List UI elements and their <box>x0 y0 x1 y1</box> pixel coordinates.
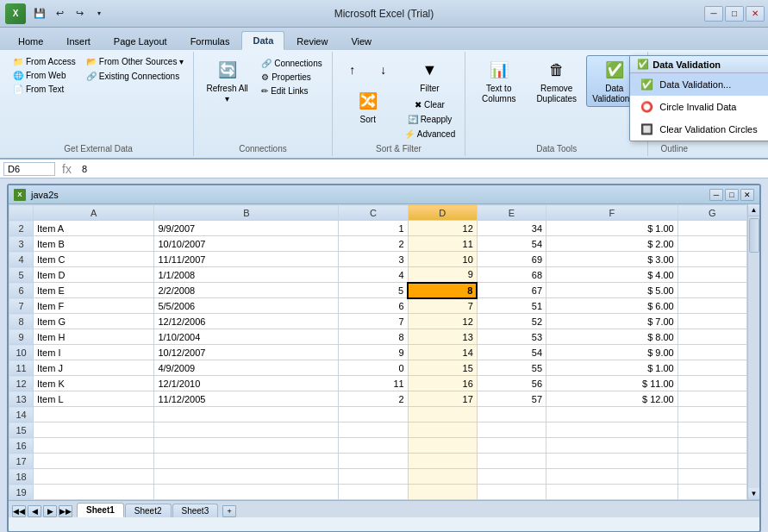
sort-desc-btn[interactable]: ↓ <box>369 55 398 84</box>
existing-connections-btn[interactable]: 🔗 Existing Connections <box>82 70 188 83</box>
tab-formulas[interactable]: Formulas <box>179 32 241 50</box>
cell-4-c[interactable]: 3 <box>339 252 408 267</box>
cell-13-a[interactable]: Item L <box>34 391 154 407</box>
cell-13-d[interactable]: 17 <box>408 391 477 407</box>
edit-links-btn[interactable]: ✏ Edit Links <box>257 84 327 97</box>
clear-btn[interactable]: ✖ Clear <box>410 98 449 111</box>
cell-6-g[interactable] <box>677 283 746 298</box>
cell-16-a[interactable] <box>34 438 154 454</box>
cell-6-c[interactable]: 5 <box>339 283 408 298</box>
cell-12-a[interactable]: Item K <box>34 376 154 391</box>
cell-15-g[interactable] <box>677 422 746 438</box>
dv-circle-invalid-item[interactable]: ⭕ Circle Invalid Data <box>630 96 768 118</box>
dv-data-validation-item[interactable]: ✅ Data Validation... <box>630 73 768 96</box>
cell-16-g[interactable] <box>677 438 746 454</box>
cell-7-e[interactable]: 51 <box>477 298 546 314</box>
cell-4-b[interactable]: 11/11/2007 <box>154 252 339 267</box>
cell-2-f[interactable]: $ 1.00 <box>546 221 678 236</box>
cell-17-d[interactable] <box>408 454 477 469</box>
cell-18-f[interactable] <box>546 469 678 485</box>
from-web-btn[interactable]: 🌐 From Web <box>9 69 80 82</box>
sheet-tab-3[interactable]: Sheet3 <box>172 504 219 517</box>
cell-18-g[interactable] <box>677 469 746 485</box>
cell-14-e[interactable] <box>477 407 546 422</box>
cell-4-f[interactable]: $ 3.00 <box>546 252 678 267</box>
cell-6-f[interactable]: $ 5.00 <box>546 283 678 298</box>
cell-reference-input[interactable] <box>3 162 55 176</box>
cell-15-b[interactable] <box>154 422 339 438</box>
from-text-btn[interactable]: 📄 From Text <box>9 83 80 96</box>
cell-15-a[interactable] <box>34 422 154 438</box>
cell-16-c[interactable] <box>339 438 408 454</box>
sheet-close-btn[interactable]: ✕ <box>740 189 754 201</box>
cell-5-b[interactable]: 1/1/2008 <box>154 267 339 283</box>
scroll-thumb[interactable] <box>749 218 759 253</box>
cell-6-b[interactable]: 2/2/2008 <box>154 283 339 298</box>
cell-11-c[interactable]: 0 <box>339 360 408 376</box>
cell-10-c[interactable]: 9 <box>339 345 408 360</box>
cell-12-g[interactable] <box>677 376 746 391</box>
cell-2-e[interactable]: 34 <box>477 221 546 236</box>
cell-4-e[interactable]: 69 <box>477 252 546 267</box>
formula-input[interactable] <box>78 163 765 175</box>
cell-8-a[interactable]: Item G <box>34 314 154 329</box>
cell-10-a[interactable]: Item I <box>34 345 154 360</box>
cell-3-a[interactable]: Item B <box>34 236 154 252</box>
cell-4-d[interactable]: 10 <box>408 252 477 267</box>
cell-13-g[interactable] <box>677 391 746 407</box>
cell-9-e[interactable]: 53 <box>477 329 546 345</box>
cell-19-b[interactable] <box>154 485 339 500</box>
cell-9-c[interactable]: 8 <box>339 329 408 345</box>
sheet-nav-last[interactable]: ▶▶ <box>59 505 72 517</box>
cell-2-a[interactable]: Item A <box>34 221 154 236</box>
cell-8-c[interactable]: 7 <box>339 314 408 329</box>
cell-18-d[interactable] <box>408 469 477 485</box>
cell-19-a[interactable] <box>34 485 154 500</box>
cell-17-e[interactable] <box>477 454 546 469</box>
cell-9-f[interactable]: $ 8.00 <box>546 329 678 345</box>
cell-3-b[interactable]: 10/10/2007 <box>154 236 339 252</box>
reapply-btn[interactable]: 🔄 Reapply <box>403 113 457 126</box>
add-sheet-btn[interactable]: + <box>222 505 236 517</box>
cell-17-g[interactable] <box>677 454 746 469</box>
close-btn[interactable]: ✕ <box>746 6 765 22</box>
cell-18-b[interactable] <box>154 469 339 485</box>
cell-13-e[interactable]: 57 <box>477 391 546 407</box>
col-header-d[interactable]: D <box>408 205 477 221</box>
cell-19-g[interactable] <box>677 485 746 500</box>
cell-19-c[interactable] <box>339 485 408 500</box>
cell-13-b[interactable]: 11/12/2005 <box>154 391 339 407</box>
cell-2-c[interactable]: 1 <box>339 221 408 236</box>
undo-qat-btn[interactable]: ↩ <box>51 5 68 22</box>
cell-5-e[interactable]: 68 <box>477 267 546 283</box>
cell-12-b[interactable]: 12/1/2010 <box>154 376 339 391</box>
cell-19-e[interactable] <box>477 485 546 500</box>
cell-11-g[interactable] <box>677 360 746 376</box>
cell-2-g[interactable] <box>677 221 746 236</box>
cell-16-b[interactable] <box>154 438 339 454</box>
cell-17-a[interactable] <box>34 454 154 469</box>
cell-19-d[interactable] <box>408 485 477 500</box>
tab-data[interactable]: Data <box>241 31 284 50</box>
cell-15-d[interactable] <box>408 422 477 438</box>
cell-13-f[interactable]: $ 12.00 <box>546 391 678 407</box>
properties-btn[interactable]: ⚙ Properties <box>257 71 327 84</box>
cell-16-f[interactable] <box>546 438 678 454</box>
sheet-tab-2[interactable]: Sheet2 <box>125 504 172 517</box>
cell-2-d[interactable]: 12 <box>408 221 477 236</box>
vertical-scrollbar[interactable]: ▲ ▼ <box>747 204 759 500</box>
sheet-restore-btn[interactable]: □ <box>725 189 739 201</box>
cell-16-d[interactable] <box>408 438 477 454</box>
cell-8-g[interactable] <box>677 314 746 329</box>
scroll-down-btn[interactable]: ▼ <box>748 488 760 500</box>
cell-7-a[interactable]: Item F <box>34 298 154 314</box>
cell-18-a[interactable] <box>34 469 154 485</box>
cell-17-b[interactable] <box>154 454 339 469</box>
advanced-btn[interactable]: ⚡ Advanced <box>400 128 459 141</box>
cell-3-g[interactable] <box>677 236 746 252</box>
sheet-minimize-btn[interactable]: ─ <box>709 189 723 201</box>
cell-9-g[interactable] <box>677 329 746 345</box>
tab-review[interactable]: Review <box>285 32 339 50</box>
cell-13-c[interactable]: 2 <box>339 391 408 407</box>
cell-5-g[interactable] <box>677 267 746 283</box>
